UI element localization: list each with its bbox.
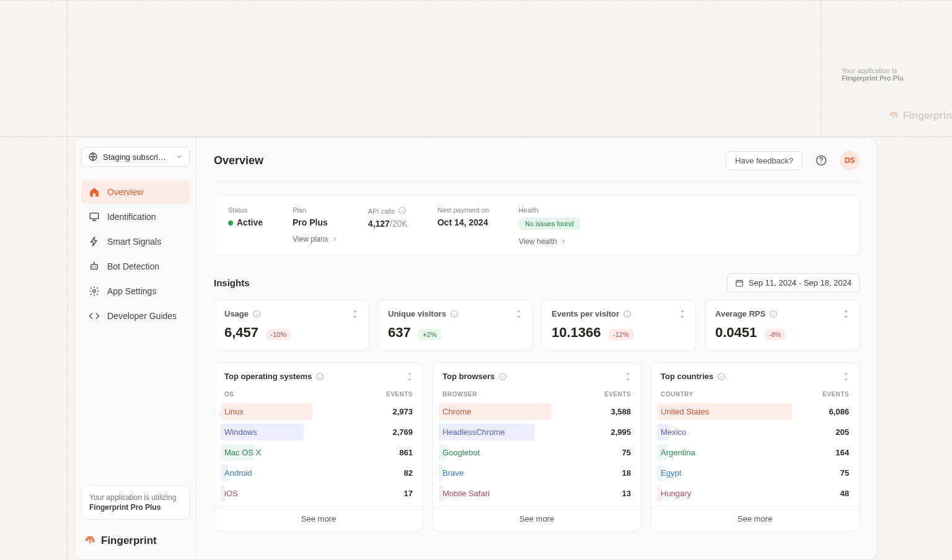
table-columns: COUNTRY EVENTS xyxy=(651,386,859,401)
sort-toggle[interactable] xyxy=(516,310,522,318)
sort-toggle[interactable] xyxy=(843,310,849,318)
table-title: Top browsers xyxy=(443,372,495,381)
svg-point-6 xyxy=(93,290,96,293)
workspace-selector[interactable]: Staging subscriptio… xyxy=(81,147,190,167)
avatar[interactable]: DS xyxy=(840,151,860,170)
svg-point-5 xyxy=(94,261,95,263)
sort-toggle[interactable] xyxy=(407,372,413,381)
metric-value: 10.1366 xyxy=(552,325,601,340)
status-dot xyxy=(228,221,233,225)
metric-card-events-per-visitor: Events per visitor 10.1366 -12% xyxy=(541,300,696,351)
table-row[interactable]: Chrome 3,588 xyxy=(433,401,641,422)
row-label: Mobile Safari xyxy=(443,487,490,500)
monitor-icon xyxy=(89,211,100,222)
table-row[interactable]: Mexico 205 xyxy=(651,422,859,442)
sidebar-item-app-settings[interactable]: App Settings xyxy=(81,279,190,303)
topbar: Overview Have feedback? DS xyxy=(214,147,860,182)
sidebar-item-label: Identification xyxy=(107,212,156,222)
see-more-button[interactable]: See more xyxy=(433,506,641,531)
stat-next-payment: Next payment on Oct 14, 2024 xyxy=(438,206,489,247)
table-row[interactable]: Egypt 75 xyxy=(651,463,859,483)
table-row[interactable]: HeadlessChrome 2,995 xyxy=(433,422,641,442)
stat-value: Active xyxy=(237,217,263,227)
sidebar-item-smart-signals[interactable]: Smart Signals xyxy=(81,230,190,253)
ghost-line1: Your application is xyxy=(842,67,947,74)
sort-toggle[interactable] xyxy=(843,372,849,381)
page-title: Overview xyxy=(214,154,717,167)
chevron-right-icon xyxy=(560,238,567,245)
stat-label: Status xyxy=(228,206,263,214)
row-label: Windows xyxy=(224,426,257,439)
robot-icon xyxy=(89,261,100,272)
info-icon xyxy=(315,372,324,381)
svg-point-4 xyxy=(95,266,96,268)
table-title: Top countries xyxy=(661,372,713,381)
col-label: COUNTRY xyxy=(661,391,694,398)
table-row[interactable]: Mobile Safari 13 xyxy=(433,483,641,504)
table-row[interactable]: Mac OS X 861 xyxy=(214,442,423,463)
table-row[interactable]: Android 82 xyxy=(214,463,423,483)
row-label: Googlebot xyxy=(443,446,480,459)
row-value: 17 xyxy=(404,489,413,498)
row-value: 2,769 xyxy=(392,427,413,437)
ghost-line2: Fingerprint Pro Plu xyxy=(842,74,947,82)
insights-title: Insights xyxy=(214,278,727,288)
info-icon xyxy=(717,372,726,381)
metric-card-unique-visitors: Unique visitors 637 +2% xyxy=(377,300,532,351)
row-value: 18 xyxy=(622,468,631,478)
canvas-guide xyxy=(67,0,68,560)
app-window: Staging subscriptio… Overview Identifica… xyxy=(74,138,878,560)
table-row[interactable]: iOS 17 xyxy=(214,483,423,504)
row-value: 2,973 xyxy=(392,407,413,416)
see-more-button[interactable]: See more xyxy=(214,506,423,531)
table-row[interactable]: Googlebot 75 xyxy=(433,442,641,463)
plan-note-line1: Your application is utilizing xyxy=(89,493,176,502)
metric-delta: -12% xyxy=(609,329,633,340)
metric-value: 0.0451 xyxy=(715,325,757,340)
sidebar-item-identification[interactable]: Identification xyxy=(81,205,190,229)
fingerprint-icon xyxy=(888,110,899,121)
row-label: Linux xyxy=(224,405,244,418)
sidebar-item-developer-guides[interactable]: Developer Guides xyxy=(81,304,190,328)
view-plans-link[interactable]: View plans xyxy=(293,235,338,243)
help-icon xyxy=(815,154,827,167)
date-range-picker[interactable]: Sep 11, 2024 - Sep 18, 2024 xyxy=(727,273,860,292)
stat-api-calls: API calls 4,127/20K xyxy=(368,206,408,247)
table-row[interactable]: Windows 2,769 xyxy=(214,422,423,442)
sort-toggle[interactable] xyxy=(625,372,631,381)
table-columns: BROWSER EVENTS xyxy=(433,386,641,401)
sort-toggle[interactable] xyxy=(679,310,685,318)
table-top-browsers: Top browsers BROWSER EVENTS Chrome 3,588… xyxy=(432,362,641,532)
table-row[interactable]: Hungary 48 xyxy=(651,483,859,504)
api-limit: /20K xyxy=(390,219,408,229)
feedback-button[interactable]: Have feedback? xyxy=(726,151,803,170)
sidebar-item-label: App Settings xyxy=(107,286,156,296)
row-value: 2,995 xyxy=(610,427,631,437)
brand: Fingerprint xyxy=(81,535,190,551)
table-row[interactable]: Brave 18 xyxy=(433,463,641,483)
row-value: 205 xyxy=(835,427,849,437)
help-button[interactable] xyxy=(811,151,831,170)
sidebar-item-overview[interactable]: Overview xyxy=(81,180,190,204)
see-more-button[interactable]: See more xyxy=(651,506,859,531)
table-row[interactable]: Argentina 164 xyxy=(651,442,859,463)
table-row[interactable]: Linux 2,973 xyxy=(214,401,423,422)
metric-card-average-rps: Average RPS 0.0451 -8% xyxy=(705,300,860,351)
status-strip: Status Active Plan Pro Plus View plans A… xyxy=(214,195,860,256)
col-label: OS xyxy=(224,391,234,398)
sidebar-item-bot-detection[interactable]: Bot Detection xyxy=(81,255,190,278)
view-health-link[interactable]: View health xyxy=(519,237,567,246)
globe-icon xyxy=(88,152,98,162)
stat-label: API calls xyxy=(368,206,408,215)
date-range-text: Sep 11, 2024 - Sep 18, 2024 xyxy=(749,278,852,287)
sidebar-item-label: Overview xyxy=(107,187,143,197)
info-icon xyxy=(498,372,507,381)
row-label: Mexico xyxy=(661,426,686,439)
table-top-countries: Top countries COUNTRY EVENTS United Stat… xyxy=(650,362,860,532)
row-value: 75 xyxy=(840,468,849,478)
table-row[interactable]: United States 6,086 xyxy=(651,401,859,422)
sort-toggle[interactable] xyxy=(352,310,358,318)
svg-rect-2 xyxy=(91,265,98,269)
metric-row: Usage 6,457 -10% Unique visitors 637 +2%… xyxy=(214,300,860,351)
metric-delta: -10% xyxy=(267,329,291,340)
